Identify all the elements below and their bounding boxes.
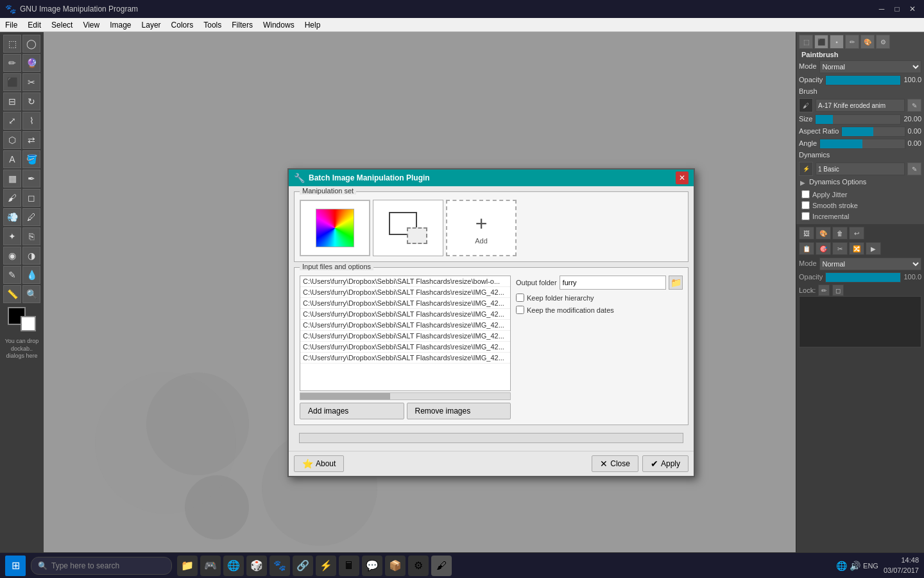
minimize-button[interactable]: ─ xyxy=(875,3,888,15)
tool-gradient[interactable]: ▦ xyxy=(3,170,21,188)
taskbar-app-4[interactable]: 🎲 xyxy=(246,556,267,576)
layers-mode-select[interactable]: Normal xyxy=(819,258,921,270)
taskbar-app-explorer[interactable]: 📁 xyxy=(177,556,198,576)
background-color[interactable] xyxy=(21,316,36,331)
file-item[interactable]: C:\Users\furry\Dropbox\Sebbi\SALT Flashc… xyxy=(300,298,510,309)
brush-name-input[interactable] xyxy=(816,99,905,112)
about-button[interactable]: ⭐ About xyxy=(294,455,344,472)
angle-slider[interactable] xyxy=(819,139,905,149)
tool-crop[interactable]: ⊟ xyxy=(3,92,21,110)
tool-blur[interactable]: ◉ xyxy=(3,247,21,265)
layers-btn-2[interactable]: 🎨 xyxy=(816,227,831,240)
layers-btn-4[interactable]: ↩ xyxy=(849,227,864,240)
menu-select[interactable]: Select xyxy=(46,18,78,31)
scrollbar-thumb[interactable] xyxy=(300,393,390,399)
menu-file[interactable]: File xyxy=(0,18,22,31)
close-button[interactable]: ✕ Close xyxy=(592,455,638,472)
taskbar-app-8[interactable]: 💬 xyxy=(362,556,382,576)
file-list[interactable]: C:\Users\furry\Dropbox\Sebbi\SALT Flashc… xyxy=(300,276,511,391)
tool-option-icon-settings[interactable]: ⚙ xyxy=(876,35,890,49)
taskbar-app-gimp[interactable]: 🖌 xyxy=(431,556,452,576)
dynamics-edit-button[interactable]: ✎ xyxy=(907,162,921,175)
brush-preview[interactable]: 🖌 xyxy=(799,98,813,112)
file-item[interactable]: C:\Users\furry\Dropbox\Sebbi\SALT Flashc… xyxy=(300,342,510,353)
tool-option-icon-2[interactable]: ⬛ xyxy=(814,35,828,49)
tool-text[interactable]: A xyxy=(3,150,21,168)
tool-color-picker[interactable]: 💧 xyxy=(22,266,40,284)
menu-layer[interactable]: Layer xyxy=(137,18,166,31)
tool-shear[interactable]: ⌇ xyxy=(22,112,40,130)
tool-measure[interactable]: 📏 xyxy=(3,285,21,303)
tool-erase[interactable]: ◻ xyxy=(22,189,40,207)
keep-hierarchy-checkbox[interactable] xyxy=(516,293,524,302)
search-bar[interactable]: 🔍 Type here to search xyxy=(31,557,172,575)
menu-edit[interactable]: Edit xyxy=(22,18,46,31)
bottom-icon-1[interactable]: 📋 xyxy=(799,242,814,255)
tool-zoom[interactable]: 🔍 xyxy=(22,285,40,303)
tool-rect-select[interactable]: ⬚ xyxy=(3,35,21,53)
taskbar-app-10[interactable]: ⚙ xyxy=(408,556,429,576)
tool-scale[interactable]: ⤢ xyxy=(3,112,21,130)
network-icon[interactable]: 🌐 xyxy=(836,561,847,571)
dialog-close-button[interactable]: ✕ xyxy=(676,171,689,184)
file-item[interactable]: C:\Users\furry\Dropbox\Sebbi\SALT Flashc… xyxy=(300,353,510,363)
file-item[interactable]: C:\Users\furry\Dropbox\Sebbi\SALT Flashc… xyxy=(300,276,510,287)
tool-free-select[interactable]: ✏ xyxy=(3,54,21,72)
layers-btn-3[interactable]: 🗑 xyxy=(832,227,848,240)
browse-folder-button[interactable]: 📁 xyxy=(669,276,683,290)
horizontal-scrollbar[interactable] xyxy=(300,392,511,400)
lock-alpha-icon[interactable]: ◻ xyxy=(832,285,844,296)
taskbar-app-calculator[interactable]: 🖩 xyxy=(339,556,359,576)
lock-paint-icon[interactable]: ✏ xyxy=(818,285,830,296)
maximize-button[interactable]: □ xyxy=(891,3,903,15)
incremental-checkbox[interactable] xyxy=(801,212,810,220)
add-images-button[interactable]: Add images xyxy=(300,403,404,419)
keep-hierarchy-option[interactable]: Keep folder hierarchy xyxy=(516,293,683,302)
tool-select-by-color[interactable]: ⬛ xyxy=(3,73,21,91)
menu-view[interactable]: View xyxy=(78,18,105,31)
taskbar-app-5[interactable]: 🐾 xyxy=(270,556,290,576)
volume-icon[interactable]: 🔊 xyxy=(850,561,860,571)
start-button[interactable]: ⊞ xyxy=(5,556,26,576)
taskbar-app-6[interactable]: 🔗 xyxy=(293,556,313,576)
menu-colors[interactable]: Colors xyxy=(166,18,199,31)
tool-option-icon-1[interactable]: ⬚ xyxy=(799,35,813,49)
tool-clone[interactable]: ⎘ xyxy=(22,227,40,245)
tool-path[interactable]: ✎ xyxy=(3,266,21,284)
taskbar-app-7[interactable]: ⚡ xyxy=(316,556,336,576)
bottom-icon-4[interactable]: 🔀 xyxy=(849,242,864,255)
menu-image[interactable]: Image xyxy=(105,18,136,31)
file-item[interactable]: C:\Users\furry\Dropbox\Sebbi\SALT Flashc… xyxy=(300,287,510,298)
file-item[interactable]: C:\Users\furry\Dropbox\Sebbi\SALT Flashc… xyxy=(300,331,510,342)
tool-airbrush[interactable]: 💨 xyxy=(3,208,21,226)
manip-card-add[interactable]: + Add xyxy=(446,200,517,256)
tool-pencil[interactable]: ✒ xyxy=(22,170,40,188)
apply-button[interactable]: ✔ Apply xyxy=(642,455,689,472)
tool-ellipse-select[interactable]: ◯ xyxy=(22,35,40,53)
tool-ink[interactable]: 🖊 xyxy=(22,208,40,226)
dynamics-expander[interactable]: ▶ xyxy=(799,179,807,186)
menu-help[interactable]: Help xyxy=(300,18,326,31)
aspect-ratio-slider[interactable] xyxy=(841,127,905,137)
canvas-area[interactable]: 🔧 Batch Image Manipulation Plugin ✕ Mani… xyxy=(44,32,796,552)
layers-list[interactable] xyxy=(799,296,921,347)
tool-dodge[interactable]: ◑ xyxy=(22,247,40,265)
tool-fuzzy-select[interactable]: 🔮 xyxy=(22,54,40,72)
tool-option-icon-4[interactable]: ✏ xyxy=(845,35,859,49)
dynamics-name-input[interactable] xyxy=(816,162,905,175)
taskbar-app-9[interactable]: 📦 xyxy=(385,556,406,576)
size-slider[interactable] xyxy=(815,114,901,125)
panel-scroll-right[interactable]: ▶ xyxy=(866,242,881,255)
file-item[interactable]: C:\Users\furry\Dropbox\Sebbi\SALT Flashc… xyxy=(300,320,510,331)
tool-paintbrush[interactable]: 🖌 xyxy=(3,189,21,207)
tool-heal[interactable]: ✦ xyxy=(3,227,21,245)
language-indicator[interactable]: ENG xyxy=(863,562,878,570)
mode-select[interactable]: Normal xyxy=(819,60,921,73)
smooth-stroke-checkbox[interactable] xyxy=(801,201,810,209)
menu-filters[interactable]: Filters xyxy=(227,18,258,31)
keep-dates-checkbox[interactable] xyxy=(516,306,524,314)
tool-bucket-fill[interactable]: 🪣 xyxy=(22,150,40,168)
clock[interactable]: 14:48 03/07/2017 xyxy=(884,556,919,575)
dynamics-icon[interactable]: ⚡ xyxy=(799,162,813,176)
tool-rotate[interactable]: ↻ xyxy=(22,92,40,110)
